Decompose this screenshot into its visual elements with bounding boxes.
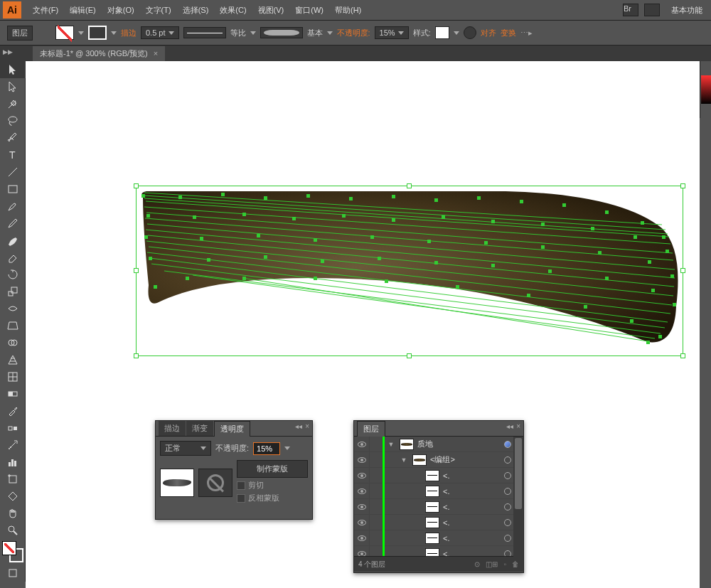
- stroke-label[interactable]: 描边: [121, 28, 137, 38]
- target-button[interactable]: [501, 456, 515, 464]
- opacity-field[interactable]: 15%: [375, 26, 409, 39]
- line-tool[interactable]: [0, 164, 26, 181]
- layer-name[interactable]: 质地: [416, 439, 501, 449]
- perspective-grid-tool[interactable]: [0, 351, 26, 368]
- menu-item[interactable]: 视图(V): [252, 2, 290, 18]
- visibility-toggle[interactable]: [354, 515, 370, 530]
- layers-tab[interactable]: 图层: [357, 421, 385, 437]
- layer-thumbnail[interactable]: [425, 533, 439, 544]
- blend-tool[interactable]: [0, 419, 26, 437]
- brush-dropdown-icon[interactable]: [327, 31, 333, 35]
- visibility-toggle[interactable]: [354, 546, 370, 557]
- layers-scrollbar[interactable]: [513, 437, 523, 557]
- width-tool[interactable]: [0, 300, 26, 317]
- layer-row[interactable]: <.: [354, 530, 523, 546]
- paintbrush-tool[interactable]: [0, 198, 26, 215]
- style-swatch[interactable]: [435, 26, 449, 39]
- layer-row[interactable]: <.: [354, 499, 523, 515]
- layer-row[interactable]: <.: [354, 468, 523, 483]
- proportional-dropdown-icon[interactable]: [250, 31, 256, 35]
- style-dropdown-icon[interactable]: [454, 31, 459, 35]
- zoom-tool[interactable]: [0, 522, 26, 539]
- gradient-tool[interactable]: [0, 385, 26, 402]
- selection-tool[interactable]: [0, 61, 26, 78]
- selection-handle[interactable]: [134, 183, 139, 188]
- opacity-label[interactable]: 不透明度:: [337, 28, 370, 38]
- layer-thumbnail[interactable]: [400, 439, 414, 450]
- blend-mode-dropdown[interactable]: 正常: [160, 441, 211, 456]
- blob-brush-tool[interactable]: [0, 232, 26, 249]
- target-button[interactable]: [501, 519, 515, 526]
- stroke-profile[interactable]: [183, 27, 226, 38]
- layer-thumbnail[interactable]: [425, 486, 439, 497]
- visibility-toggle[interactable]: [354, 530, 370, 546]
- hand-tool[interactable]: [0, 505, 26, 522]
- stroke-tab[interactable]: 描边: [159, 421, 186, 436]
- expand-chevron-icon[interactable]: ▶▶: [3, 48, 13, 55]
- eyedropper-tool[interactable]: [0, 402, 26, 419]
- selection-handle[interactable]: [407, 353, 412, 358]
- target-button[interactable]: [501, 535, 515, 542]
- visibility-toggle[interactable]: [354, 483, 370, 499]
- fill-dropdown-icon[interactable]: [78, 31, 84, 35]
- bridge-button[interactable]: Br: [623, 4, 638, 16]
- menu-item[interactable]: 文字(T): [140, 2, 177, 18]
- locate-object-icon[interactable]: ⊙: [474, 560, 480, 568]
- column-graph-tool[interactable]: [0, 454, 26, 471]
- delete-layer-icon[interactable]: 🗑: [512, 560, 519, 568]
- workspace-switcher[interactable]: 基本功能: [665, 2, 708, 18]
- gradient-tab[interactable]: 渐变: [186, 421, 213, 436]
- layer-row[interactable]: ▼质地: [354, 437, 523, 452]
- arrange-docs-button[interactable]: [644, 4, 660, 16]
- stroke-swatch[interactable]: [88, 26, 107, 40]
- options-more-icon[interactable]: ⋯▸: [520, 28, 533, 38]
- stroke-dropdown-icon[interactable]: [111, 31, 117, 35]
- invert-mask-checkbox[interactable]: [237, 494, 245, 503]
- slice-tool[interactable]: [0, 488, 26, 505]
- lasso-tool[interactable]: [0, 112, 26, 129]
- selection-handle[interactable]: [680, 183, 685, 188]
- lock-cell[interactable]: [370, 499, 383, 515]
- menu-item[interactable]: 选择(S): [177, 2, 215, 18]
- layer-name[interactable]: <.: [442, 518, 501, 527]
- shape-builder-tool[interactable]: [0, 334, 26, 351]
- visibility-toggle[interactable]: [354, 437, 370, 452]
- pencil-tool[interactable]: [0, 215, 26, 232]
- pen-tool[interactable]: [0, 129, 26, 146]
- visibility-toggle[interactable]: [354, 499, 370, 515]
- color-panel-icon[interactable]: [701, 75, 711, 104]
- make-clipping-mask-icon[interactable]: ◫⊞: [486, 560, 498, 568]
- recolor-button[interactable]: [464, 26, 476, 39]
- lock-cell[interactable]: [370, 437, 383, 452]
- make-mask-button[interactable]: 制作蒙版: [237, 460, 308, 478]
- target-button[interactable]: [501, 488, 515, 495]
- panel-close-icon[interactable]: ×: [305, 422, 309, 430]
- free-transform-tool[interactable]: [0, 317, 26, 334]
- menu-item[interactable]: 文件(F): [27, 2, 64, 18]
- target-button[interactable]: [501, 441, 515, 448]
- selection-handle[interactable]: [407, 183, 412, 188]
- layer-name[interactable]: <.: [442, 534, 501, 542]
- fill-stroke-control[interactable]: [2, 541, 23, 562]
- panel-collapse-icon[interactable]: ◂◂: [506, 422, 513, 430]
- layer-row[interactable]: <.: [354, 483, 523, 499]
- lock-cell[interactable]: [370, 468, 383, 483]
- disclosure-triangle-icon[interactable]: ▼: [401, 456, 407, 464]
- layer-thumbnail[interactable]: [412, 454, 427, 466]
- eraser-tool[interactable]: [0, 249, 26, 266]
- layer-row[interactable]: ▼<编组>: [354, 452, 523, 468]
- scrollbar-thumb[interactable]: [515, 438, 522, 509]
- lock-cell[interactable]: [370, 515, 383, 530]
- layer-thumbnail[interactable]: [425, 470, 439, 481]
- brush-profile[interactable]: [260, 27, 303, 38]
- layer-name[interactable]: <.: [442, 487, 501, 496]
- lock-cell[interactable]: [370, 452, 383, 468]
- layer-thumbnail[interactable]: [425, 548, 439, 557]
- menu-item[interactable]: 编辑(E): [64, 2, 102, 18]
- lock-cell[interactable]: [370, 530, 383, 546]
- rotate-tool[interactable]: [0, 266, 26, 283]
- panel-opacity-field[interactable]: 15%: [253, 442, 280, 455]
- direct-selection-tool[interactable]: [0, 78, 26, 95]
- layer-thumbnail[interactable]: [425, 501, 439, 513]
- mesh-tool[interactable]: [0, 368, 26, 385]
